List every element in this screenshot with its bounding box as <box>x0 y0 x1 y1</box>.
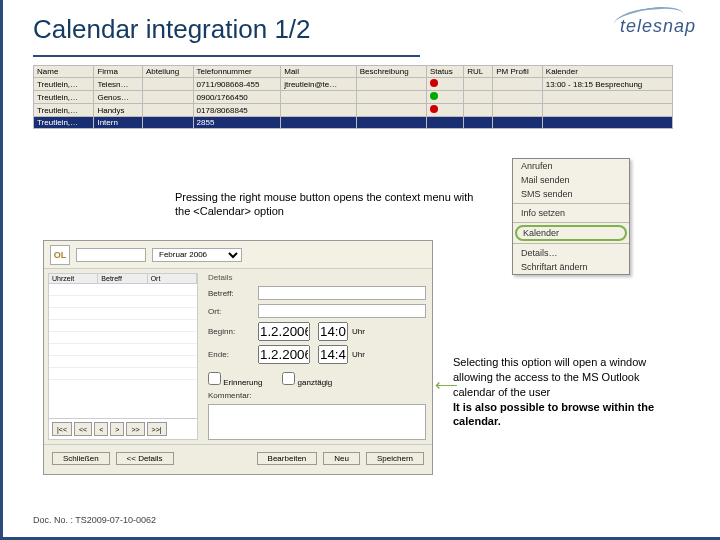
uhr-label: Uhr <box>352 327 365 336</box>
table-header: Abteilung <box>142 66 193 78</box>
list-column-header: Uhrzeit <box>49 274 98 283</box>
table-header: Firma <box>94 66 142 78</box>
begin-date[interactable] <box>258 322 310 341</box>
doc-number: Doc. No. : TS2009-07-10-0062 <box>33 515 156 525</box>
calendar-nav-button[interactable]: >> <box>126 422 144 436</box>
label-location: Ort: <box>208 307 254 316</box>
close-button[interactable]: Schließen <box>52 452 110 465</box>
context-menu-item[interactable]: Anrufen <box>513 159 629 173</box>
title-rule <box>33 55 420 57</box>
reminder-checkbox[interactable]: Erinnerung <box>208 372 262 387</box>
table-header: PM Profil <box>493 66 543 78</box>
context-menu-calendar[interactable]: Kalender <box>515 225 627 241</box>
slide-title: Calendar integration 1/2 <box>33 14 700 45</box>
save-button[interactable]: Speichern <box>366 452 424 465</box>
comment-field[interactable] <box>208 404 426 440</box>
context-menu: AnrufenMail sendenSMS senden Info setzen… <box>512 158 630 275</box>
calendar-nav-button[interactable]: < <box>94 422 108 436</box>
table-header: Name <box>34 66 94 78</box>
calendar-window: OL Februar 2006 UhrzeitBetreffOrt |<<<<<… <box>43 240 433 475</box>
location-field[interactable] <box>258 304 426 318</box>
label-end: Ende: <box>208 350 254 359</box>
label-subject: Betreff: <box>208 289 254 298</box>
outlook-icon: OL <box>50 245 70 265</box>
end-time[interactable] <box>318 345 348 364</box>
calendar-nav-button[interactable]: >>| <box>147 422 167 436</box>
label-begin: Beginn: <box>208 327 254 336</box>
end-date[interactable] <box>258 345 310 364</box>
brand-logo: telesnap <box>620 16 696 37</box>
table-header: Beschreibung <box>356 66 426 78</box>
table-row[interactable]: Treutlein,…Genos…0900/1766450 <box>34 91 673 104</box>
table-header: Kalender <box>542 66 672 78</box>
list-column-header: Ort <box>148 274 197 283</box>
edit-button[interactable]: Bearbeiten <box>257 452 318 465</box>
contact-table: NameFirmaAbteilungTelefonnummerMailBesch… <box>33 65 673 129</box>
details-toggle-button[interactable]: << Details <box>116 452 174 465</box>
details-heading: Details <box>208 273 426 282</box>
table-row[interactable]: Treutlein,…Handys0178/8068845 <box>34 104 673 117</box>
table-header: RUL <box>464 66 493 78</box>
callout-calendar-window: Selecting this option will open a window… <box>453 355 683 429</box>
context-menu-item[interactable]: SMS senden <box>513 187 629 201</box>
table-row[interactable]: Treutlein,…Telesn…0711/908668-455jtreutl… <box>34 78 673 91</box>
calendar-nav-button[interactable]: > <box>110 422 124 436</box>
appointment-list: UhrzeitBetreffOrt |<<<<<>>>>>| <box>48 273 198 440</box>
table-row[interactable]: Treutlein,…Intern2855 <box>34 117 673 129</box>
context-menu-item[interactable]: Schriftart ändern <box>513 260 629 274</box>
context-menu-item[interactable]: Details… <box>513 246 629 260</box>
context-menu-item[interactable]: Mail senden <box>513 173 629 187</box>
arrow-icon: ⟵ <box>435 375 458 394</box>
callout-context-menu: Pressing the right mouse button opens th… <box>175 190 485 219</box>
table-header: Mail <box>281 66 356 78</box>
list-column-header: Betreff <box>98 274 147 283</box>
begin-time[interactable] <box>318 322 348 341</box>
calendar-month-select[interactable]: Februar 2006 <box>152 248 242 262</box>
context-menu-item[interactable]: Info setzen <box>513 206 629 220</box>
calendar-nav-button[interactable]: << <box>74 422 92 436</box>
calendar-name-field[interactable] <box>76 248 146 262</box>
uhr-label-2: Uhr <box>352 350 365 359</box>
label-comment: Kommentar: <box>208 391 254 400</box>
table-header: Telefonnummer <box>193 66 281 78</box>
table-header: Status <box>426 66 463 78</box>
calendar-nav-button[interactable]: |<< <box>52 422 72 436</box>
allday-checkbox[interactable]: ganztägig <box>282 372 332 387</box>
new-button[interactable]: Neu <box>323 452 360 465</box>
subject-field[interactable] <box>258 286 426 300</box>
